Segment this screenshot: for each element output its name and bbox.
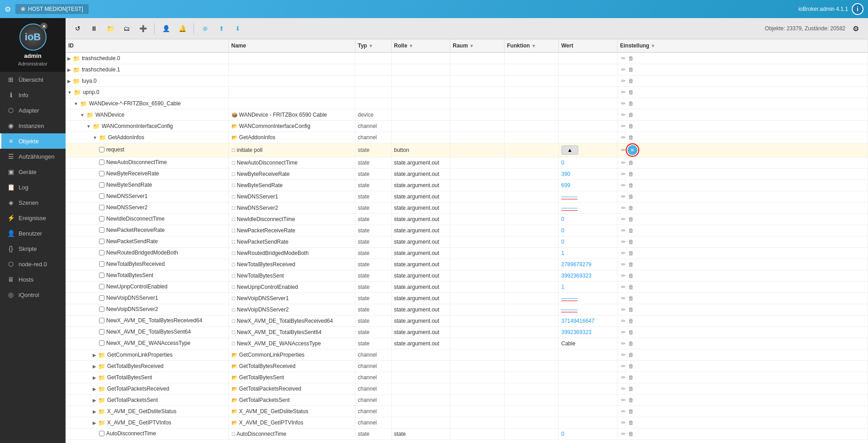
row-checkbox[interactable] [99,216,104,222]
delete-icon[interactable]: 🗑 [627,227,635,234]
delete-icon[interactable]: 🗑 [627,272,635,279]
edit-icon[interactable]: ✏ [620,55,627,62]
sidebar-item-iqontrol[interactable]: ◎ iQontrol [0,287,66,302]
edit-icon[interactable]: ✏ [620,408,627,415]
delete-icon[interactable]: 🗑 [627,134,635,141]
edit-icon[interactable]: ✏ [620,134,627,141]
add-button[interactable]: ➕ [136,22,150,35]
delete-icon[interactable]: 🗑 [627,170,635,178]
edit-icon[interactable]: ✏ [620,100,627,107]
edit-icon[interactable]: ✏ [620,396,627,404]
download-button[interactable]: ⬇ [231,22,245,35]
sidebar-item-log[interactable]: 📋 Log [0,179,66,195]
edit-icon[interactable]: ✏ [620,193,627,200]
add-folder2-button[interactable]: 🗂 [120,22,133,35]
edit-icon[interactable]: ✏ [620,363,627,370]
edit-icon[interactable]: ✏ [620,170,627,178]
sidebar-item-skripte[interactable]: {} Skripte [0,241,66,256]
col-rolle[interactable]: Rolle ▼ [391,39,450,52]
delete-icon[interactable]: 🗑 [627,55,635,62]
row-checkbox[interactable] [99,340,104,346]
expand-button[interactable]: ▶ 📁 GetCommonLinkProperties [93,352,173,358]
edit-icon[interactable]: ✏ [620,227,627,234]
sidebar-item-instanzen[interactable]: ◉ Instanzen [0,118,66,133]
sidebar-close-button[interactable]: ✕ [40,23,47,30]
sidebar-item-benutzer[interactable]: 👤 Benutzer [0,226,66,241]
sidebar-item-objekte[interactable]: ≡ Objekte [0,133,66,149]
expand-button[interactable]: ▼ 📁 upnp.0 [67,89,99,96]
plus-blue-button[interactable]: ⊕ [198,22,212,35]
edit-icon[interactable]: ✏ [620,77,627,85]
sidebar-item-info[interactable]: ℹ Info [0,87,66,103]
row-checkbox[interactable] [99,284,104,289]
expand-button[interactable]: ▶ 📁 trashschedule.1 [67,66,120,73]
delete-icon[interactable]: 🗑 [627,66,635,73]
pause-button[interactable]: ⏸ [87,22,101,35]
delete-icon[interactable]: 🗑 [627,216,635,223]
delete-icon[interactable]: 🗑 [627,182,635,189]
delete-icon[interactable]: 🗑 [627,408,635,415]
delete-icon[interactable]: 🗑 [627,329,635,336]
delete-icon[interactable]: 🗑 [627,317,635,325]
row-checkbox[interactable] [99,261,104,267]
edit-icon[interactable]: ✏ [620,385,627,392]
row-checkbox[interactable] [99,227,104,233]
delete-icon[interactable]: 🗑 [627,363,635,370]
sidebar-item-adapter[interactable]: ⬡ Adapter [0,103,66,118]
delete-icon[interactable]: 🗑 [627,250,635,257]
host-button[interactable]: HOST MEDION[TEST] [15,4,89,14]
row-checkbox[interactable] [99,160,104,165]
col-einstellung[interactable]: Einstellung ▼ [617,39,868,52]
expand-button[interactable]: ▶ 📁 X_AVM_DE_GetDsliteStatus [93,408,176,415]
edit-icon[interactable]: ✏ [620,159,627,166]
edit-icon[interactable]: ✏ [620,272,627,279]
refresh-button[interactable]: ↺ [71,22,85,35]
delete-icon[interactable]: 🗑 [627,100,635,107]
user-avatar[interactable]: i [852,3,863,15]
row-checkbox[interactable] [99,182,104,188]
col-name[interactable]: Name [228,39,355,52]
edit-icon[interactable]: ✏ [620,351,627,358]
col-raum[interactable]: Raum ▼ [450,39,504,52]
delete-icon[interactable]: 🗑 [627,204,635,212]
row-checkbox[interactable] [99,431,104,436]
expand-button[interactable]: ▼ 📁 GetAddonInfos [93,134,144,141]
edit-icon[interactable]: ✏ [620,317,627,325]
sidebar-item-hosts[interactable]: 🖥 Hosts [0,272,66,287]
delete-icon[interactable]: 🗑 [627,261,635,268]
delete-icon[interactable]: 🗑 [627,430,635,438]
sidebar-item-uebersicht[interactable]: ⊞ Übersicht [0,72,66,87]
edit-icon[interactable]: ✏ [620,238,627,245]
delete-icon[interactable]: 🗑 [627,123,635,130]
edit-icon[interactable]: ✏ [620,111,627,118]
upload-button[interactable]: ⬆ [215,22,228,35]
edit-icon[interactable]: ✏ [620,329,627,336]
delete-icon[interactable]: 🗑 [627,238,635,245]
edit-icon[interactable]: ✏ [620,250,627,257]
col-id[interactable]: ID [66,39,228,52]
delete-icon[interactable]: 🗑 [627,351,635,358]
row-checkbox[interactable] [99,306,104,312]
delete-icon[interactable]: 🗑 [627,111,635,118]
expand-button[interactable]: ▶ 📁 GetTotalBytesReceived [93,363,164,370]
delete-icon[interactable]: 🗑 [627,374,635,381]
delete-icon[interactable]: 🗑 [627,193,635,200]
sidebar-item-node-red[interactable]: ⬡ node-red.0 [0,256,66,272]
expand-button[interactable]: ▼ 📁 WANDevice [80,112,124,118]
up-button[interactable]: ▲ [561,146,579,155]
sidebar-item-geraete[interactable]: ▣ Geräte [0,164,66,179]
row-checkbox[interactable] [99,205,104,210]
col-typ[interactable]: Typ ▼ [355,39,391,52]
row-checkbox[interactable] [99,318,104,323]
settings-button[interactable]: ⚙ [849,22,863,35]
expand-button[interactable]: ▶ 📁 GetTotalPacketsSent [93,397,158,404]
expand-button[interactable]: ▶ 📁 GetTotalPacketsReceived [93,386,169,392]
edit-icon[interactable]: ✏ [620,182,627,189]
row-checkbox[interactable] [99,273,104,278]
edit-icon[interactable]: ✏ [620,283,627,291]
expand-button[interactable]: ▶ 📁 GetTotalBytesSent [93,374,152,381]
col-funktion[interactable]: Funktion ▼ [504,39,558,52]
edit-icon[interactable]: ✏ [620,89,627,96]
delete-icon[interactable]: 🗑 [627,385,635,392]
settings-icon[interactable]: ⚙ [5,5,11,14]
